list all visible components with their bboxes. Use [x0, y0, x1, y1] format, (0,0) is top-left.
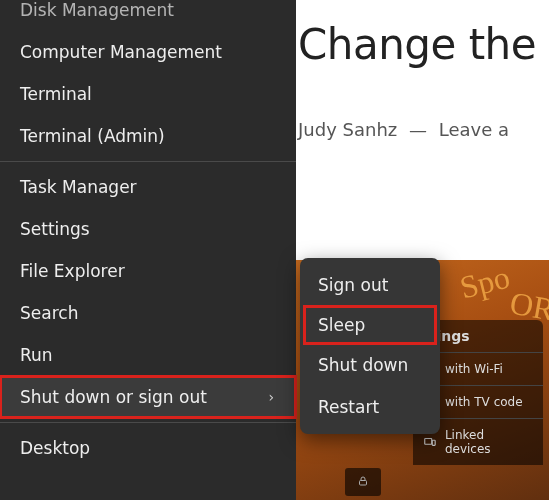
- menu-item-label: Run: [20, 345, 53, 365]
- menu-item-label: Terminal (Admin): [20, 126, 165, 146]
- youtube-panel-item-label: with Wi-Fi: [445, 362, 503, 376]
- menu-item-label: Search: [20, 303, 78, 323]
- menu-item-label: Computer Management: [20, 42, 222, 62]
- menu-separator: [0, 422, 296, 423]
- menu-item-label: Settings: [20, 219, 90, 239]
- menu-item-terminal-admin[interactable]: Terminal (Admin): [0, 115, 296, 157]
- menu-item-disk-management[interactable]: Disk Management: [0, 0, 296, 31]
- youtube-panel-item-label: with TV code: [445, 395, 523, 409]
- article-comments-link[interactable]: Leave a: [439, 119, 509, 140]
- devices-icon: [423, 435, 437, 449]
- submenu-item-sign-out[interactable]: Sign out: [300, 264, 440, 306]
- menu-item-label: Disk Management: [20, 0, 174, 20]
- menu-item-desktop[interactable]: Desktop: [0, 427, 296, 469]
- byline-separator: —: [409, 119, 427, 140]
- submenu-item-label: Shut down: [318, 355, 408, 375]
- article-title: Change the: [298, 20, 549, 69]
- article-author[interactable]: Judy Sanhz: [298, 119, 397, 140]
- article-byline: Judy Sanhz — Leave a: [298, 119, 549, 140]
- submenu-item-label: Sign out: [318, 275, 388, 295]
- svg-rect-3: [360, 480, 367, 485]
- menu-item-label: Terminal: [20, 84, 92, 104]
- menu-item-search[interactable]: Search: [0, 292, 296, 334]
- menu-item-run[interactable]: Run: [0, 334, 296, 376]
- submenu-item-label: Sleep: [318, 315, 365, 335]
- svg-rect-2: [432, 440, 435, 445]
- menu-item-label: Desktop: [20, 438, 90, 458]
- youtube-panel-item-label: Linked devices: [445, 428, 533, 456]
- menu-separator: [0, 161, 296, 162]
- menu-item-label: Shut down or sign out: [20, 387, 207, 407]
- menu-item-settings[interactable]: Settings: [0, 208, 296, 250]
- menu-item-label: File Explorer: [20, 261, 125, 281]
- lock-icon: [357, 473, 369, 492]
- menu-item-shutdown-signout[interactable]: Shut down or sign out ›: [0, 376, 296, 418]
- menu-item-task-manager[interactable]: Task Manager: [0, 166, 296, 208]
- winx-power-menu: Disk Management Computer Management Term…: [0, 0, 296, 500]
- submenu-item-label: Restart: [318, 397, 379, 417]
- menu-item-label: Task Manager: [20, 177, 137, 197]
- submenu-item-sleep[interactable]: Sleep: [304, 306, 436, 344]
- submenu-item-restart[interactable]: Restart: [300, 386, 440, 428]
- shutdown-submenu: Sign out Sleep Shut down Restart: [300, 258, 440, 434]
- submenu-item-shut-down[interactable]: Shut down: [300, 344, 440, 386]
- svg-rect-1: [425, 438, 432, 444]
- chevron-right-icon: ›: [268, 389, 274, 405]
- menu-item-terminal[interactable]: Terminal: [0, 73, 296, 115]
- lock-indicator: [345, 468, 381, 496]
- menu-item-computer-management[interactable]: Computer Management: [0, 31, 296, 73]
- menu-item-file-explorer[interactable]: File Explorer: [0, 250, 296, 292]
